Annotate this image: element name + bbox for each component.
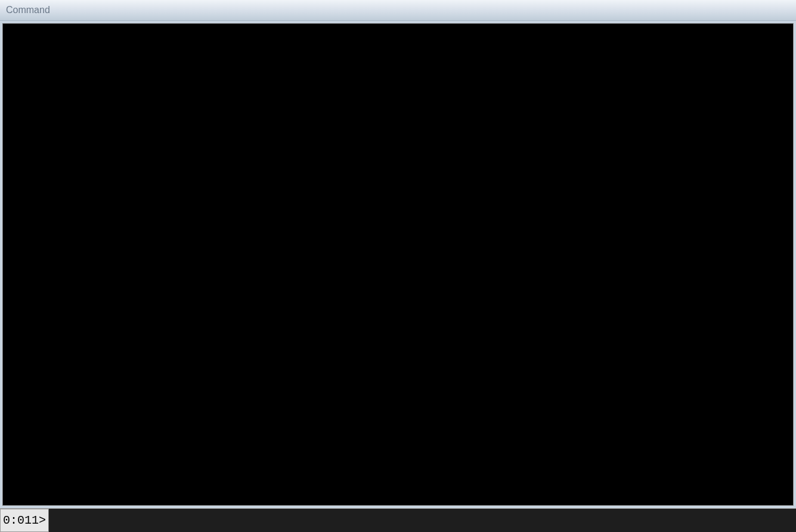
command-bar: 0:011> (0, 508, 796, 532)
title-bar: Command (0, 0, 796, 21)
debugger-prompt: 0:011> (0, 509, 49, 532)
main-area (0, 21, 796, 508)
window-title: Command (6, 5, 50, 15)
command-output-area[interactable] (2, 23, 794, 506)
command-input[interactable] (49, 509, 796, 532)
